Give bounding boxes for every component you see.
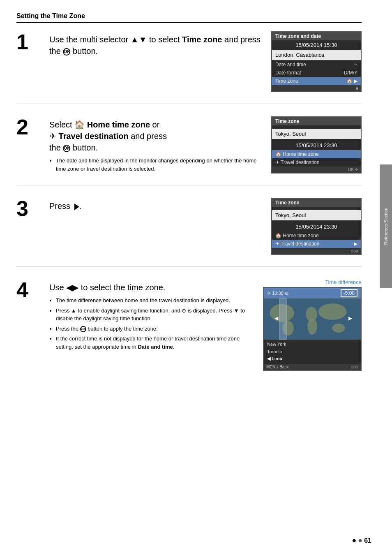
camera-screen-4: ✈ 10:30 ⊙ -5:00 bbox=[263, 287, 362, 371]
page-num-bullets: ● bbox=[352, 536, 356, 545]
screen-2-home-zone: 🏠 Home time zone bbox=[272, 150, 361, 158]
step-3-number: 3 bbox=[16, 198, 41, 219]
step-2-bullets: The date and time displayed in the monit… bbox=[49, 157, 263, 173]
step-4-screen: Time difference ✈ 10:30 ⊙ -5:00 bbox=[263, 279, 362, 371]
screen-2-travel-dest: ✈ Travel destination bbox=[272, 158, 361, 167]
screen-2-bottom-icon: OK ✈ bbox=[348, 167, 358, 172]
screen-3-date: 15/05/2014 23:30 bbox=[272, 222, 361, 231]
map-city-lima: ◀ Lima bbox=[267, 355, 357, 363]
step-1-row: 1 Use the multi selector ▲▼ to select Ti… bbox=[16, 31, 362, 104]
step-4-bullet-1: The time difference between home and the… bbox=[56, 296, 255, 305]
screen-3-title: Time zone bbox=[272, 199, 361, 207]
time-diff-label: Time difference bbox=[263, 279, 362, 285]
map-body: ◀ ▶ bbox=[264, 298, 361, 340]
page-content: Setting the Time Zone 1 Use the multi se… bbox=[0, 0, 378, 410]
step-3-screen: Time zone Tokyo, Seoul 15/05/2014 23:30 … bbox=[271, 198, 362, 257]
screen-2-date: 15/05/2014 23:30 bbox=[272, 141, 361, 150]
svg-point-6 bbox=[332, 324, 345, 333]
map-bottom-bar: MENU Back ⊙:⊙ bbox=[264, 364, 361, 370]
step-2-number: 2 bbox=[16, 116, 41, 138]
screen-1-bottom-icon: ■ bbox=[356, 86, 358, 90]
step-3-row: 3 Press . Time zone Tokyo, Seoul 15/05/2… bbox=[16, 198, 362, 267]
camera-screen-3: Time zone Tokyo, Seoul 15/05/2014 23:30 … bbox=[271, 198, 362, 255]
map-menu-back: MENU Back bbox=[266, 365, 288, 369]
map-cities: New York Toronto ◀ Lima bbox=[264, 340, 361, 364]
reference-section-bar: Reference Section bbox=[380, 164, 392, 288]
page-number: ● ● 61 bbox=[352, 536, 371, 545]
step-3-heading: Press . bbox=[49, 200, 263, 212]
step-4-bullet-3: Press the OK button to apply the time zo… bbox=[56, 325, 255, 333]
step-4-bullets: The time difference between home and the… bbox=[49, 296, 255, 351]
screen-1-city: London, Casablanca bbox=[272, 50, 361, 60]
step-4-text: Use ◀▶ to select the time zone. The time… bbox=[49, 279, 255, 353]
step-4-heading: Use ◀▶ to select the time zone. bbox=[49, 282, 255, 293]
step-1-heading: Use the multi selector ▲▼ to select Time… bbox=[49, 34, 263, 57]
step-1-number: 1 bbox=[16, 31, 41, 53]
page-num-value: 61 bbox=[364, 537, 371, 544]
map-svg: ◀ ▶ bbox=[264, 298, 361, 340]
time-offset-box: -5:00 bbox=[341, 289, 357, 297]
ok-button-icon-1: OK bbox=[63, 48, 70, 56]
camera-screen-2: Time zone Tokyo, Seoul 15/05/2014 23:30 … bbox=[271, 116, 362, 174]
step-4-row: 4 Use ◀▶ to select the time zone. The ti… bbox=[16, 279, 362, 381]
svg-rect-7 bbox=[279, 298, 286, 340]
step-2-text: Select 🏠 Home time zone or ✈ Travel dest… bbox=[49, 116, 263, 175]
page-num-dash: ● bbox=[358, 536, 362, 545]
section-title: Setting the Time Zone bbox=[16, 12, 362, 23]
screen-3-bottom: ⊙:⊕ bbox=[272, 248, 361, 254]
step-2-bullet-1: The date and time displayed in the monit… bbox=[56, 157, 263, 173]
step-2-screen: Time zone Tokyo, Seoul 15/05/2014 23:30 … bbox=[271, 116, 362, 175]
camera-screen-1: Time zone and date 15/05/2014 15:30 Lond… bbox=[271, 31, 362, 92]
screen-3-city: Tokyo, Seoul bbox=[272, 210, 361, 220]
screen-1-date: 15/05/2014 15:30 bbox=[272, 40, 361, 50]
screen-1-title: Time zone and date bbox=[272, 32, 361, 40]
screen-1-menu-date-format: Date format D/M/Y bbox=[272, 69, 361, 77]
svg-point-4 bbox=[307, 318, 317, 335]
map-bottom-right: ⊙:⊙ bbox=[350, 365, 358, 369]
step-2-row: 2 Select 🏠 Home time zone or ✈ Travel de… bbox=[16, 116, 362, 185]
step-4-bullet-4: If the correct time is not displayed for… bbox=[56, 335, 255, 351]
svg-text:▶: ▶ bbox=[349, 315, 353, 321]
reference-section-label: Reference Section bbox=[383, 208, 388, 245]
step-3-text: Press . bbox=[49, 198, 263, 215]
screen-3-bottom-icon: ⊙:⊕ bbox=[350, 249, 358, 253]
screen-3-home-zone: 🏠 Home time zone bbox=[272, 231, 361, 240]
screen-2-city: Tokyo, Seoul bbox=[272, 129, 361, 139]
screen-2-bottom: OK ✈ bbox=[272, 167, 361, 173]
svg-point-5 bbox=[318, 303, 347, 320]
step-1-screen: Time zone and date 15/05/2014 15:30 Lond… bbox=[271, 31, 362, 94]
screen-2-title: Time zone bbox=[272, 117, 361, 125]
step-1-text: Use the multi selector ▲▼ to select Time… bbox=[49, 31, 263, 60]
screen-3-travel-dest: ✈ Travel destination ▶ bbox=[272, 240, 361, 248]
step-2-heading: Select 🏠 Home time zone or ✈ Travel dest… bbox=[49, 119, 263, 153]
map-header-time: ✈ 10:30 ⊙ bbox=[267, 291, 288, 296]
ok-button-icon-2: OK bbox=[63, 145, 70, 152]
screen-1-menu-time-zone: Time zone 🏠 ▶ bbox=[272, 77, 361, 85]
ok-icon-inline: OK bbox=[80, 326, 86, 332]
map-header: ✈ 10:30 ⊙ -5:00 bbox=[264, 288, 361, 298]
step-4-bullet-2: Press ▲ to enable daylight saving time f… bbox=[56, 307, 255, 323]
map-city-toronto: Toronto bbox=[267, 348, 357, 356]
map-city-newyork: New York bbox=[267, 341, 357, 348]
screen-1-menu-date-time: Date and time -- bbox=[272, 60, 361, 69]
svg-text:◀: ◀ bbox=[274, 315, 279, 321]
screen-1-bottom: ■ bbox=[272, 85, 361, 91]
step-4-number: 4 bbox=[16, 279, 41, 301]
